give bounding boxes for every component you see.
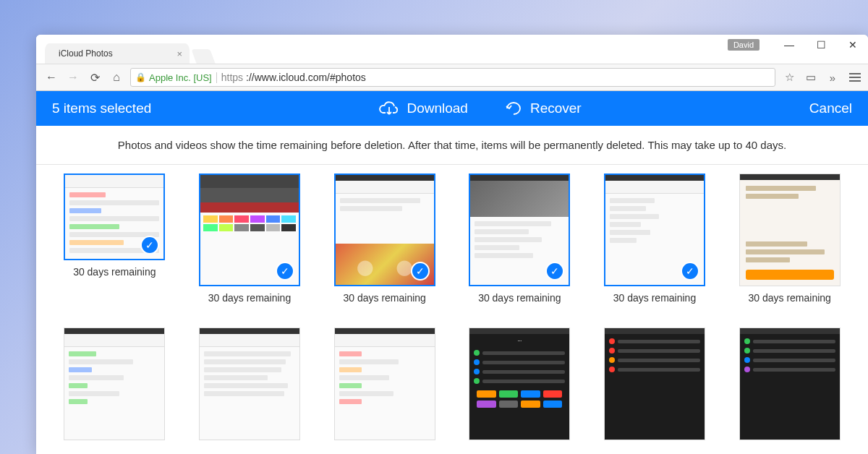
photo-item[interactable]	[733, 327, 846, 454]
photo-item[interactable]: ✓ 30 days remaining	[598, 174, 712, 317]
photo-item[interactable]: ✓ 30 days remaining	[463, 174, 576, 317]
url-path: ://www.icloud.com/#photos	[246, 72, 366, 83]
photo-item[interactable]	[328, 327, 441, 454]
cast-icon[interactable]: ▭	[803, 71, 819, 84]
user-tag: David	[728, 39, 760, 51]
download-label: Download	[407, 100, 468, 116]
photo-grid: ✓ 30 days remaining ✓ 30 days remaining	[36, 165, 868, 454]
photo-item[interactable]: ✓ 30 days remaining	[58, 174, 171, 317]
thumbnail[interactable]	[199, 327, 300, 440]
caption: 30 days remaining	[73, 266, 156, 278]
recover-icon	[504, 101, 523, 116]
thumbnail[interactable]	[334, 327, 435, 440]
thumbnail[interactable]: ✓	[334, 174, 435, 286]
app-action-bar: 5 items selected Download Recover Cancel	[36, 91, 868, 126]
caption: 30 days remaining	[478, 292, 561, 304]
url-protocol: https	[221, 72, 243, 83]
check-icon: ✓	[681, 262, 699, 280]
ev-cert-label: Apple Inc. [US]	[149, 72, 217, 83]
caption: 30 days remaining	[208, 292, 291, 304]
close-tab-icon[interactable]: ×	[176, 48, 182, 59]
back-button[interactable]: ←	[43, 71, 59, 84]
thumbnail[interactable]	[64, 327, 165, 440]
lock-icon: 🔒	[135, 72, 146, 82]
recover-label: Recover	[530, 100, 582, 116]
new-tab-button[interactable]	[191, 49, 215, 64]
more-icon[interactable]: »	[825, 72, 841, 84]
forward-button[interactable]: →	[65, 71, 81, 84]
tab-title: iCloud Photos	[59, 48, 113, 59]
browser-window: David — ☐ ✕ iCloud Photos × ← → ⟳ ⌂ 🔒 Ap…	[36, 35, 868, 454]
thumbnail[interactable]	[739, 174, 841, 286]
thumbnail[interactable]	[739, 327, 841, 440]
thumbnail[interactable]	[604, 327, 705, 440]
browser-tab[interactable]: iCloud Photos ×	[45, 43, 190, 64]
close-window-button[interactable]: ✕	[843, 38, 862, 52]
check-icon: ✓	[276, 262, 294, 280]
selection-count: 5 items selected	[52, 100, 151, 116]
photo-item[interactable]	[193, 327, 307, 454]
caption: 30 days remaining	[748, 292, 830, 304]
photo-item[interactable]	[58, 327, 171, 454]
cloud-download-icon	[379, 100, 399, 116]
photo-item[interactable]: 30 days remaining	[733, 174, 846, 317]
bookmark-icon[interactable]: ☆	[781, 71, 797, 84]
minimize-button[interactable]: —	[780, 38, 799, 52]
maximize-button[interactable]: ☐	[812, 38, 830, 52]
cancel-button[interactable]: Cancel	[809, 100, 852, 116]
photo-item[interactable]: ✓ 30 days remaining	[193, 174, 307, 317]
thumbnail[interactable]: ✓	[64, 174, 165, 260]
caption: 30 days remaining	[343, 292, 425, 304]
menu-icon[interactable]	[849, 73, 861, 82]
thumbnail[interactable]: ✓	[199, 174, 300, 286]
info-banner: Photos and videos show the time remainin…	[36, 126, 868, 165]
photo-item[interactable]: ···	[463, 327, 576, 454]
reload-button[interactable]: ⟳	[87, 71, 103, 85]
address-bar[interactable]: 🔒 Apple Inc. [US] https://www.icloud.com…	[130, 68, 775, 87]
download-button[interactable]: Download	[379, 100, 468, 116]
check-icon: ✓	[411, 262, 430, 280]
home-button[interactable]: ⌂	[109, 71, 124, 84]
photo-item[interactable]	[598, 327, 712, 454]
caption: 30 days remaining	[613, 292, 696, 304]
photo-item[interactable]: ✓ 30 days remaining	[328, 174, 441, 317]
window-controls: David — ☐ ✕	[728, 38, 862, 52]
thumbnail[interactable]: ···	[469, 327, 570, 440]
browser-toolbar: ← → ⟳ ⌂ 🔒 Apple Inc. [US] https://www.ic…	[36, 64, 868, 91]
recover-button[interactable]: Recover	[504, 100, 582, 116]
thumbnail[interactable]: ✓	[469, 174, 570, 286]
thumbnail[interactable]: ✓	[604, 174, 705, 286]
